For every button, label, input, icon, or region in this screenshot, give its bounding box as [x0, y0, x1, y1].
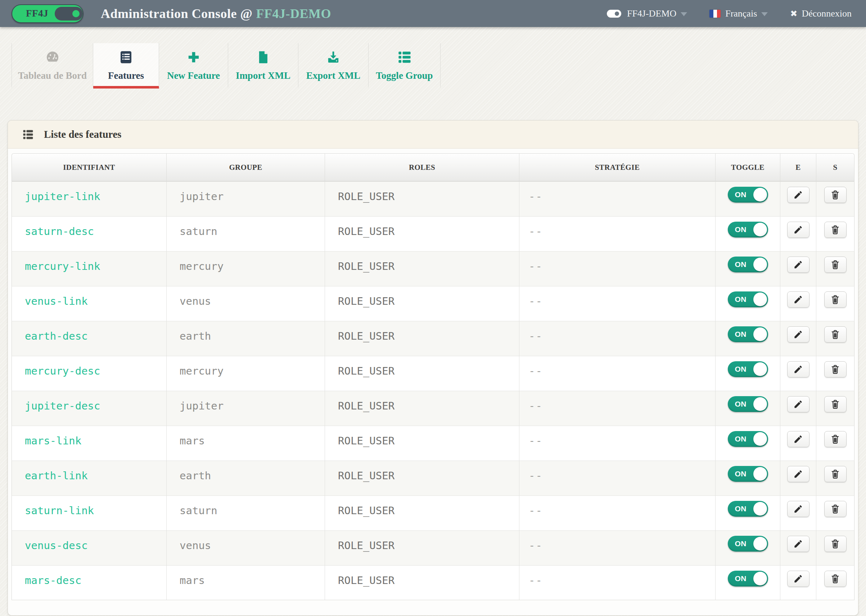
delete-feature-button[interactable]	[824, 536, 847, 552]
language-dropdown[interactable]: Français	[709, 8, 768, 19]
pencil-icon	[793, 574, 803, 584]
edit-feature-button[interactable]	[787, 466, 809, 482]
feature-roles: ROLE_USER	[338, 574, 394, 586]
delete-feature-button[interactable]	[824, 466, 847, 482]
delete-feature-button[interactable]	[824, 256, 847, 273]
delete-feature-button[interactable]	[824, 361, 847, 377]
toggle-knob	[753, 188, 767, 201]
feature-toggle-switch[interactable]: ON	[728, 501, 768, 517]
feature-id-link[interactable]: jupiter-desc	[25, 400, 101, 412]
delete-feature-button[interactable]	[824, 396, 847, 412]
feature-strategy: --	[529, 504, 543, 517]
delete-feature-button[interactable]	[824, 187, 847, 203]
table-row: saturn-link saturn ROLE_USER -- ON	[11, 495, 855, 530]
edit-feature-button[interactable]	[787, 361, 809, 377]
pencil-icon	[793, 539, 803, 549]
tab-features[interactable]: Features	[93, 43, 159, 88]
feature-id-link[interactable]: venus-link	[25, 295, 88, 307]
feature-toggle-switch[interactable]: ON	[728, 222, 768, 237]
delete-feature-button[interactable]	[824, 222, 847, 238]
page-title-prefix: Administration Console @	[101, 6, 253, 21]
table-row: earth-link earth ROLE_USER -- ON	[11, 460, 855, 495]
feature-group: mars	[179, 574, 205, 586]
tab-tableau-de-bord[interactable]: Tableau de Bord	[11, 43, 93, 88]
tab-new-feature[interactable]: New Feature	[159, 43, 228, 88]
edit-feature-button[interactable]	[787, 536, 809, 552]
feature-roles: ROLE_USER	[338, 365, 394, 377]
trash-icon	[830, 329, 840, 339]
table-row: venus-link venus ROLE_USER -- ON	[11, 286, 855, 321]
toggle-state-label: ON	[735, 539, 747, 548]
feature-id-link[interactable]: venus-desc	[25, 539, 88, 552]
environment-dropdown[interactable]: FF4J-DEMO	[606, 8, 687, 19]
feature-toggle-switch[interactable]: ON	[728, 431, 768, 447]
toggle-state-label: ON	[735, 365, 747, 374]
feature-toggle-switch[interactable]: ON	[728, 361, 768, 377]
feature-toggle-switch[interactable]: ON	[728, 326, 768, 342]
plus-icon	[187, 49, 201, 65]
trash-icon	[830, 399, 840, 410]
feature-roles: ROLE_USER	[338, 260, 394, 272]
delete-feature-button[interactable]	[824, 326, 847, 343]
feature-roles: ROLE_USER	[338, 435, 394, 447]
th-list-icon	[397, 49, 412, 65]
tab-import-xml[interactable]: Import XML	[228, 43, 299, 88]
feature-id-link[interactable]: saturn-desc	[25, 225, 94, 237]
toggle-state-label: ON	[735, 330, 747, 339]
edit-feature-button[interactable]	[787, 326, 809, 343]
feature-toggle-switch[interactable]: ON	[728, 536, 768, 552]
feature-strategy: --	[529, 539, 543, 552]
tab-label: New Feature	[167, 70, 220, 81]
feature-toggle-switch[interactable]: ON	[728, 466, 768, 482]
edit-feature-button[interactable]	[787, 222, 809, 238]
feature-group: venus	[179, 295, 211, 307]
nav-tab-strip: Tableau de Bord Features New Feature	[11, 43, 866, 88]
delete-feature-button[interactable]	[824, 291, 847, 308]
pencil-icon	[793, 365, 803, 374]
edit-feature-button[interactable]	[787, 256, 809, 273]
feature-toggle-switch[interactable]: ON	[728, 187, 768, 203]
delete-feature-button[interactable]	[824, 431, 847, 447]
edit-feature-button[interactable]	[787, 501, 809, 517]
edit-feature-button[interactable]	[787, 570, 809, 587]
delete-feature-button[interactable]	[824, 501, 847, 517]
edit-feature-button[interactable]	[787, 431, 809, 447]
edit-feature-button[interactable]	[787, 396, 809, 412]
feature-id-link[interactable]: mars-link	[25, 435, 81, 447]
feature-id-link[interactable]: mercury-desc	[25, 365, 101, 377]
feature-roles: ROLE_USER	[338, 539, 394, 552]
toggle-state-label: ON	[735, 400, 747, 409]
ff4j-logo-toggle-icon	[55, 7, 83, 20]
tab-label: Import XML	[236, 70, 291, 81]
edit-feature-button[interactable]	[787, 187, 809, 203]
table-header-row: IDENTIFIANT GROUPE ROLES STRATÉGIE TOGGL…	[11, 153, 855, 181]
feature-toggle-switch[interactable]: ON	[728, 570, 768, 586]
feature-id-link[interactable]: mars-desc	[25, 574, 81, 586]
list-icon	[22, 129, 35, 141]
pencil-icon	[793, 434, 803, 444]
feature-group: mercury	[179, 260, 223, 272]
toggle-knob	[753, 362, 767, 376]
tab-toggle-group[interactable]: Toggle Group	[369, 43, 440, 88]
logout-link[interactable]: ✖ Déconnexion	[790, 8, 852, 19]
feature-id-link[interactable]: jupiter-link	[25, 190, 101, 203]
feature-id-link[interactable]: earth-link	[25, 470, 88, 482]
table-row: earth-desc earth ROLE_USER -- ON	[11, 321, 855, 356]
feature-toggle-switch[interactable]: ON	[728, 291, 768, 307]
toggle-knob	[753, 292, 767, 306]
feature-group: jupiter	[179, 400, 223, 412]
tab-label: Features	[108, 70, 144, 81]
tab-export-xml[interactable]: Export XML	[299, 43, 369, 88]
feature-toggle-switch[interactable]: ON	[728, 396, 768, 412]
environment-dropdown-label: FF4J-DEMO	[627, 8, 676, 19]
feature-strategy: --	[529, 330, 543, 342]
feature-group: earth	[179, 470, 211, 482]
edit-feature-button[interactable]	[787, 291, 809, 308]
delete-feature-button[interactable]	[824, 570, 847, 587]
feature-strategy: --	[529, 225, 543, 237]
feature-id-link[interactable]: earth-desc	[25, 330, 88, 342]
feature-toggle-switch[interactable]: ON	[728, 256, 768, 272]
trash-icon	[830, 434, 840, 445]
feature-id-link[interactable]: saturn-link	[25, 504, 94, 517]
feature-id-link[interactable]: mercury-link	[25, 260, 101, 272]
